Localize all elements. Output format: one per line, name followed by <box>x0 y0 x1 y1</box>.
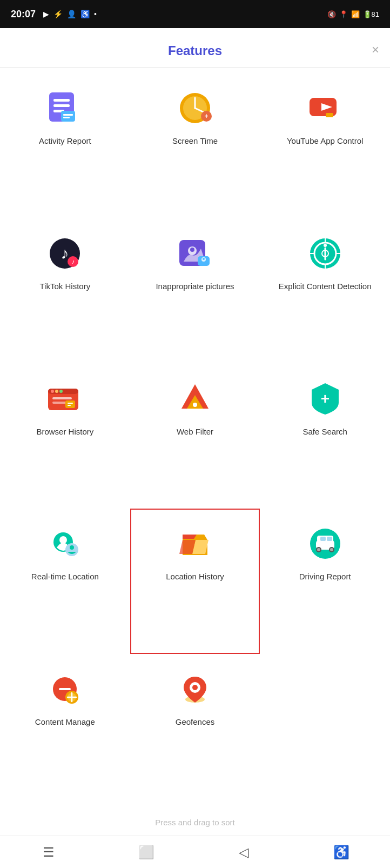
feature-content-manage[interactable]: Content Manage <box>0 654 130 799</box>
main-container: Features × Activity Report <box>0 28 390 836</box>
wifi-icon: 📶 <box>351 10 360 18</box>
status-right: 🔇 📍 📶 🔋81 <box>327 10 379 18</box>
svg-text:+: + <box>204 112 208 120</box>
svg-rect-15 <box>326 113 333 117</box>
explicit-content-detection-icon <box>305 233 345 273</box>
feature-driving-report[interactable]: Driving Report <box>260 509 390 654</box>
activity-status-icon: ⚡ <box>53 10 63 18</box>
svg-point-28 <box>324 244 327 247</box>
close-button[interactable]: × <box>372 43 379 56</box>
driving-report-icon <box>305 524 345 564</box>
activity-report-label: Activity Report <box>39 136 91 146</box>
svg-point-48 <box>193 403 197 407</box>
driving-report-label: Driving Report <box>299 571 351 582</box>
svg-rect-66 <box>327 537 332 541</box>
feature-realtime-location[interactable]: Real-time Location <box>0 509 130 654</box>
nav-home-button[interactable]: ⬜ <box>130 840 163 864</box>
realtime-location-icon <box>45 524 85 564</box>
header: Features × <box>0 28 390 68</box>
svg-text:+: + <box>320 390 329 407</box>
svg-point-53 <box>70 545 74 550</box>
svg-point-25 <box>203 258 205 260</box>
explicit-content-detection-label: Explicit Content Detection <box>279 281 372 292</box>
youtube-app-control-label: YouTube App Control <box>287 136 364 146</box>
screen-time-icon: + <box>175 88 215 128</box>
content-manage-label: Content Manage <box>35 717 95 727</box>
feature-explicit-content-detection[interactable]: Explicit Content Detection <box>260 218 390 364</box>
web-filter-icon <box>175 379 215 419</box>
screen-time-label: Screen Time <box>172 136 218 146</box>
feature-youtube-app-control[interactable]: YouTube App Control <box>260 73 390 218</box>
user-status-icon: 👤 <box>67 10 76 18</box>
svg-text:♪: ♪ <box>61 244 69 262</box>
dot-status-icon: • <box>94 10 97 18</box>
activity-report-icon <box>45 88 85 128</box>
feature-web-filter[interactable]: Web Filter <box>130 364 260 509</box>
svg-rect-41 <box>52 397 72 399</box>
feature-activity-report[interactable]: Activity Report <box>0 73 130 218</box>
svg-rect-1 <box>53 99 70 102</box>
menu-icon: ☰ <box>43 845 55 860</box>
safe-search-label: Safe Search <box>302 426 347 437</box>
status-left: 20:07 ▶ ⚡ 👤 ♿ • <box>11 9 97 20</box>
feature-tiktok-history[interactable]: ♪ ♪ TikTok History <box>0 218 130 364</box>
feature-screen-time[interactable]: + Screen Time <box>130 73 260 218</box>
svg-point-62 <box>317 548 320 551</box>
svg-rect-43 <box>65 400 75 408</box>
bottom-nav: ☰ ⬜ ◁ ♿ <box>0 836 390 868</box>
browser-history-icon <box>45 379 85 419</box>
back-icon: ◁ <box>239 845 248 860</box>
svg-point-38 <box>51 390 54 393</box>
svg-point-75 <box>192 685 198 690</box>
feature-geofences[interactable]: Geofences <box>130 654 260 799</box>
nav-accessibility-button[interactable]: ♿ <box>325 840 358 864</box>
mute-icon: 🔇 <box>327 10 336 18</box>
feature-safe-search[interactable]: + Safe Search <box>260 364 390 509</box>
content-manage-icon <box>45 669 85 709</box>
svg-rect-45 <box>68 405 71 406</box>
svg-point-40 <box>59 390 63 393</box>
status-bar: 20:07 ▶ ⚡ 👤 ♿ • 🔇 📍 📶 🔋81 <box>0 0 390 28</box>
status-time: 20:07 <box>11 9 36 20</box>
feature-browser-history[interactable]: Browser History <box>0 364 130 509</box>
svg-point-22 <box>190 248 194 252</box>
svg-rect-2 <box>53 104 70 107</box>
feature-location-history[interactable]: Location History <box>130 509 260 654</box>
svg-point-64 <box>330 548 333 551</box>
inappropriate-pictures-icon <box>175 233 215 273</box>
features-grid: Activity Report + Screen Time <box>0 68 390 805</box>
home-icon: ⬜ <box>138 845 154 860</box>
nav-back-button[interactable]: ◁ <box>227 840 260 864</box>
svg-rect-6 <box>63 117 70 118</box>
nav-menu-button[interactable]: ☰ <box>32 840 65 864</box>
feature-inappropriate-pictures[interactable]: Inappropriate pictures <box>130 218 260 364</box>
tiktok-history-icon: ♪ ♪ <box>45 233 85 273</box>
realtime-location-label: Real-time Location <box>31 571 99 582</box>
svg-rect-44 <box>68 403 73 404</box>
geofences-label: Geofences <box>176 717 215 727</box>
location-history-icon <box>175 524 215 564</box>
accessibility-icon: ♿ <box>333 845 349 860</box>
youtube-app-control-icon <box>305 88 345 128</box>
youtube-status-icon: ▶ <box>43 10 49 18</box>
battery-icon: 🔋81 <box>363 10 379 18</box>
svg-rect-5 <box>63 114 73 116</box>
location-history-label: Location History <box>166 571 224 582</box>
inappropriate-pictures-label: Inappropriate pictures <box>156 281 234 292</box>
svg-point-39 <box>55 390 58 393</box>
svg-rect-4 <box>61 111 75 122</box>
location-status-icon: 📍 <box>339 10 348 18</box>
web-filter-label: Web Filter <box>177 426 213 437</box>
hint-text: Press and drag to sort <box>0 805 390 836</box>
svg-text:♪: ♪ <box>71 258 75 265</box>
geofences-icon <box>175 669 215 709</box>
svg-rect-68 <box>59 688 71 690</box>
browser-history-label: Browser History <box>36 426 93 437</box>
safe-search-icon: + <box>305 379 345 419</box>
svg-rect-65 <box>320 537 326 541</box>
page-title: Features <box>168 43 222 58</box>
accessibility-status-icon: ♿ <box>80 10 90 18</box>
tiktok-history-label: TikTok History <box>40 281 91 292</box>
svg-rect-42 <box>52 402 68 404</box>
